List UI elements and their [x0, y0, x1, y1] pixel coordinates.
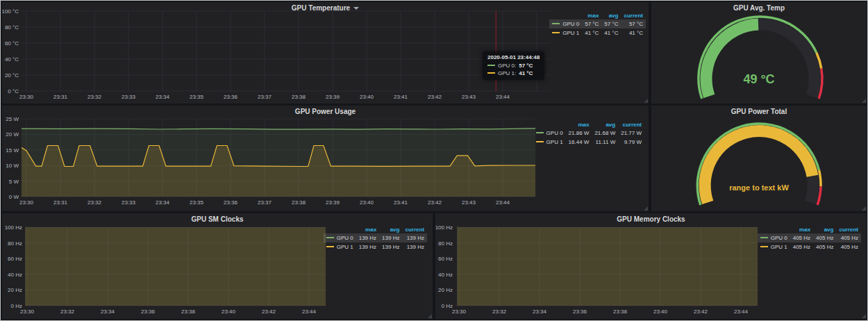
svg-text:23:30: 23:30: [20, 308, 35, 315]
legend-header-max[interactable]: max: [566, 121, 592, 129]
series-color-dash-icon: [760, 246, 768, 247]
legend-header-current[interactable]: current: [621, 12, 646, 19]
svg-text:23:34: 23:34: [533, 308, 547, 315]
legend-header-avg[interactable]: avg: [601, 12, 621, 19]
legend-stat-avg: 41 °C: [601, 28, 621, 38]
panel-resize-handle[interactable]: [644, 99, 648, 103]
legend-header-spacer: [758, 226, 790, 233]
legend-row: GPU 0139 Hz139 Hz139 Hz: [324, 233, 427, 242]
panel-title-text: GPU Avg. Temp: [733, 4, 785, 12]
svg-text:60 °C: 60 °C: [5, 40, 19, 47]
svg-text:23:40: 23:40: [360, 199, 374, 206]
svg-text:23:30: 23:30: [19, 94, 34, 100]
panel-resize-handle[interactable]: [428, 314, 432, 318]
legend-series-toggle[interactable]: GPU 1: [324, 242, 356, 252]
series-color-dash-icon: [552, 32, 560, 33]
legend-stat-current: 405 Hz: [836, 242, 861, 252]
panel-title-gpu-power-usage[interactable]: GPU Power Usage: [2, 108, 649, 115]
panel-title-text: GPU SM Clocks: [191, 215, 243, 223]
tooltip-value: 41 °C: [519, 70, 533, 76]
svg-text:23:38: 23:38: [181, 308, 196, 315]
svg-text:23:42: 23:42: [428, 199, 442, 206]
legend-header-max[interactable]: max: [790, 226, 813, 233]
svg-text:23:43: 23:43: [462, 199, 476, 206]
series-color-dash-icon: [536, 141, 544, 142]
legend-series-toggle[interactable]: GPU 0: [324, 233, 356, 242]
caret-down-icon[interactable]: [353, 7, 359, 10]
panel-title-text: GPU Power Total: [731, 108, 787, 115]
legend-header-current[interactable]: current: [618, 121, 644, 129]
svg-text:23:34: 23:34: [156, 199, 170, 206]
svg-text:23:32: 23:32: [492, 308, 507, 315]
svg-text:100 Hz: 100 Hz: [435, 224, 453, 231]
series-color-dash-icon: [536, 132, 544, 133]
series-color-dash-icon: [326, 246, 334, 247]
svg-text:23:42: 23:42: [428, 94, 442, 100]
svg-text:40 Hz: 40 Hz: [438, 272, 453, 278]
svg-text:23:40: 23:40: [360, 94, 374, 100]
panel-gpu-memory-clocks: GPU Memory Clocks 0 Hz20 Hz40 Hz60 Hz80 …: [435, 213, 867, 319]
svg-text:23:40: 23:40: [653, 308, 668, 315]
legend-series-toggle[interactable]: GPU 0: [758, 233, 790, 242]
legend-series-toggle[interactable]: GPU 1: [758, 242, 790, 252]
svg-text:23:36: 23:36: [224, 94, 238, 100]
legend-stat-current: 21.77 W: [618, 129, 644, 138]
legend-row: GPU 1405 Hz405 Hz405 Hz: [758, 242, 861, 252]
gauge-value-text: range to text kW: [651, 183, 867, 192]
panel-title-gpu-temperature[interactable]: GPU Temperature: [2, 4, 649, 12]
legend-stat-current: 139 Hz: [402, 242, 427, 252]
panel-title-gpu-avg-temp[interactable]: GPU Avg. Temp: [651, 4, 867, 12]
gauge-value-text: 49 °C: [651, 72, 867, 87]
svg-text:23:44: 23:44: [302, 308, 317, 315]
tooltip-row: GPU 1:41 °C: [487, 69, 540, 77]
svg-text:23:36: 23:36: [141, 308, 156, 315]
svg-text:80 Hz: 80 Hz: [438, 240, 453, 247]
panel-title-text: GPU Memory Clocks: [617, 215, 685, 223]
svg-text:23:44: 23:44: [496, 199, 510, 206]
svg-text:23:38: 23:38: [292, 199, 306, 206]
panel-gpu-power-usage: GPU Power Usage 0 W5 W10 W15 W20 W25 W23…: [2, 106, 649, 211]
legend-header-spacer: [533, 121, 566, 129]
panel-resize-handle[interactable]: [862, 99, 866, 103]
legend-stat-max: 41 °C: [582, 28, 601, 38]
legend-series-toggle[interactable]: GPU 1: [533, 138, 566, 147]
legend-series-toggle[interactable]: GPU 1: [549, 28, 582, 38]
legend-header-avg[interactable]: avg: [813, 226, 836, 233]
legend-stat-avg: 11.11 W: [592, 138, 618, 147]
legend-stat-max: 405 Hz: [790, 242, 813, 252]
legend-row: GPU 141 °C41 °C41 °C: [549, 28, 646, 38]
panel-resize-handle[interactable]: [862, 206, 866, 211]
svg-text:23:35: 23:35: [190, 199, 204, 206]
legend-header-current[interactable]: current: [836, 226, 861, 233]
panel-title-gpu-memory-clocks[interactable]: GPU Memory Clocks: [435, 215, 867, 223]
panel-title-gpu-sm-clocks[interactable]: GPU SM Clocks: [2, 215, 433, 223]
svg-text:20 Hz: 20 Hz: [8, 287, 22, 293]
legend-series-toggle[interactable]: GPU 0: [533, 129, 566, 138]
legend-series-toggle[interactable]: GPU 0: [549, 19, 582, 28]
legend-stat-current: 57 °C: [621, 19, 646, 28]
legend-header-max[interactable]: max: [356, 226, 379, 233]
legend-header-max[interactable]: max: [582, 12, 601, 19]
svg-text:23:41: 23:41: [394, 199, 408, 206]
series-color-dash-icon: [326, 237, 334, 238]
legend-header-avg[interactable]: avg: [592, 121, 618, 129]
legend-stat-avg: 21.68 W: [592, 129, 618, 138]
panel-title-gpu-power-total[interactable]: GPU Power Total: [651, 108, 867, 115]
series-color-dash-icon: [487, 65, 495, 66]
svg-text:23:38: 23:38: [292, 94, 306, 100]
series-color-dash-icon: [552, 23, 560, 24]
gpu-sm-clocks-legend: maxavgcurrentGPU 0139 Hz139 Hz139 HzGPU …: [324, 226, 427, 252]
legend-header-current[interactable]: current: [402, 226, 427, 233]
svg-text:23:39: 23:39: [326, 199, 340, 206]
svg-text:23:44: 23:44: [734, 308, 749, 315]
svg-text:23:32: 23:32: [87, 94, 102, 100]
panel-resize-handle[interactable]: [862, 314, 866, 318]
svg-text:60 Hz: 60 Hz: [438, 256, 453, 262]
panel-title-text: GPU Power Usage: [295, 108, 356, 115]
svg-text:60 Hz: 60 Hz: [8, 256, 22, 262]
svg-text:100 Hz: 100 Hz: [5, 224, 22, 231]
legend-header-avg[interactable]: avg: [379, 226, 402, 233]
series-color-dash-icon: [487, 72, 495, 74]
panel-resize-handle[interactable]: [644, 206, 648, 211]
svg-text:23:43: 23:43: [462, 94, 476, 100]
